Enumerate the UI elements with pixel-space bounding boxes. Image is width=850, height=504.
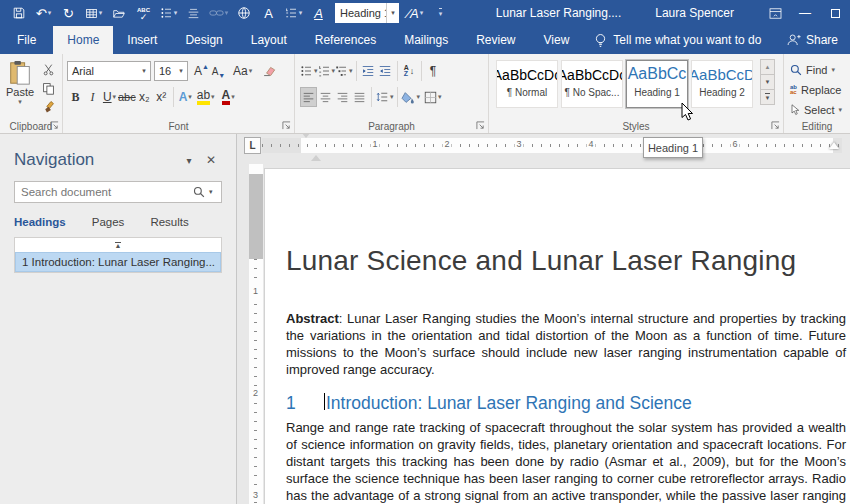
font-size-combo[interactable]: 16 ▾	[154, 61, 188, 81]
tab-design[interactable]: Design	[171, 26, 236, 54]
search-options-button[interactable]: ▾	[209, 188, 221, 196]
customize-qat-button[interactable]: ▾	[428, 2, 453, 24]
title-bar: ↶▾ ↻ ▾ ABC ✓ ▾ ▾ A ▾ A Heading 1 ▾ ⁄A ▾ …	[0, 0, 850, 26]
bullets-button[interactable]: ▾	[300, 61, 318, 81]
indent-marker-left[interactable]	[301, 138, 321, 156]
align-center-button[interactable]	[181, 2, 206, 24]
font-family-combo[interactable]: Arial ▾	[67, 61, 151, 81]
tab-file[interactable]: File	[0, 26, 53, 54]
highlight-icon: ab	[197, 89, 210, 105]
show-formatting-button[interactable]: ¶	[425, 61, 442, 81]
numbering-button[interactable]: ▾	[318, 61, 336, 81]
document-heading-title[interactable]: Lunar Science and Lunar Laser Ranging	[286, 245, 846, 277]
shrink-font-button[interactable]: A▼	[210, 61, 227, 81]
subscript-button[interactable]: x₂	[136, 87, 153, 107]
strikethrough-button[interactable]: abc	[118, 87, 136, 107]
user-name[interactable]: Laura Spencer	[655, 6, 734, 20]
table-button[interactable]: ▾	[81, 2, 106, 24]
style-card-heading2[interactable]: AaBbCcD Heading 2	[691, 60, 753, 108]
tab-home[interactable]: Home	[53, 26, 113, 54]
tab-insert[interactable]: Insert	[113, 26, 171, 54]
font-dialog-launcher[interactable]	[282, 121, 291, 130]
styles-scroll-up-button[interactable]: ▲	[760, 59, 775, 75]
style-card-heading1[interactable]: AaBbCc Heading 1	[626, 60, 688, 108]
cut-button[interactable]	[40, 61, 57, 77]
multilevel-list-button[interactable]: ▾	[335, 61, 353, 81]
align-center-button-ribbon[interactable]	[317, 87, 334, 107]
italic-button[interactable]: I	[84, 87, 101, 107]
align-right-button[interactable]	[334, 87, 351, 107]
font-color-button[interactable]: A▾	[220, 87, 237, 107]
styles-dialog-launcher[interactable]	[771, 121, 780, 130]
tab-selector[interactable]: L	[244, 137, 261, 154]
text-highlight-button[interactable]: ab▾	[197, 87, 215, 107]
indent-marker-right[interactable]	[829, 142, 839, 149]
close-icon[interactable]: ✕	[200, 153, 222, 167]
shading-button[interactable]: ▾	[401, 87, 421, 107]
web-options-button[interactable]	[231, 2, 256, 24]
copy-button[interactable]	[40, 80, 57, 96]
section-heading[interactable]: 1 Introduction: Lunar Laser Ranging and …	[286, 393, 846, 414]
spelling-button[interactable]: ABC ✓	[131, 2, 156, 24]
decrease-indent-button[interactable]	[360, 61, 377, 81]
nav-tab-pages[interactable]: Pages	[92, 216, 125, 228]
collapse-all-button[interactable]: ▲	[15, 238, 221, 252]
minimize-button[interactable]: —	[790, 0, 820, 26]
styles-scroll-down-button[interactable]: ▼	[760, 74, 775, 90]
clear-formatting-button[interactable]	[260, 61, 277, 81]
share-label: Share	[806, 33, 838, 47]
replace-button[interactable]: abac Replace	[790, 81, 842, 98]
share-button[interactable]: Share	[786, 26, 850, 54]
paragraph-dialog-launcher[interactable]	[476, 121, 485, 130]
numbered-list-button[interactable]: ▾	[281, 2, 306, 24]
grow-font-button[interactable]: A▲	[193, 61, 210, 81]
font-button[interactable]: A	[256, 2, 281, 24]
nav-tab-headings[interactable]: Headings	[14, 216, 66, 228]
search-icon[interactable]	[189, 186, 209, 198]
select-button[interactable]: Select ▾	[790, 101, 842, 118]
tell-me-box[interactable]: Tell me what you want to do	[595, 26, 761, 54]
paste-button[interactable]: Paste ▾	[3, 60, 37, 124]
find-button[interactable]: Find ▾	[790, 61, 842, 78]
clipboard-dialog-launcher[interactable]	[50, 121, 59, 130]
align-left-button[interactable]	[300, 87, 317, 107]
undo-button[interactable]: ↶▾	[31, 2, 56, 24]
sort-button[interactable]: AZ ↓	[401, 61, 418, 81]
tab-view[interactable]: View	[530, 26, 584, 54]
search-input[interactable]	[15, 186, 189, 198]
increase-indent-button[interactable]	[377, 61, 394, 81]
redo-button[interactable]: ↻	[56, 2, 81, 24]
style-card-no-spacing[interactable]: AaBbCcDc ¶ No Spac...	[561, 60, 623, 108]
font-style-button[interactable]: A	[306, 2, 331, 24]
navigation-options-button[interactable]: ▾	[178, 155, 200, 166]
document-page[interactable]: Lunar Science and Lunar Laser Ranging Ab…	[264, 168, 850, 504]
underline-button[interactable]: U▾	[101, 87, 118, 107]
format-painter-button[interactable]	[40, 99, 57, 115]
tab-references[interactable]: References	[301, 26, 390, 54]
abstract-paragraph[interactable]: Abstract: Lunar Laser Ranging studies th…	[286, 310, 846, 378]
bullet-list-button[interactable]: ▾	[156, 2, 181, 24]
tab-mailings[interactable]: Mailings	[390, 26, 462, 54]
superscript-button[interactable]: x²	[153, 87, 170, 107]
open-button[interactable]	[106, 2, 131, 24]
body-paragraph[interactable]: Range and range rate tracking of spacecr…	[286, 419, 846, 504]
borders-button[interactable]: ▾	[424, 87, 442, 107]
save-button[interactable]	[6, 2, 31, 24]
search-box[interactable]: ▾	[14, 181, 222, 203]
ribbon-display-options-button[interactable]	[760, 0, 790, 26]
justify-button[interactable]	[351, 87, 368, 107]
nav-heading-item[interactable]: 1 Introduction: Lunar Laser Ranging...	[15, 252, 221, 272]
nav-tab-results[interactable]: Results	[150, 216, 188, 228]
italic-icon: I	[91, 90, 95, 105]
styles-more-button[interactable]: ▼	[760, 89, 775, 105]
maximize-button[interactable]	[820, 0, 850, 26]
style-card-normal[interactable]: AaBbCcDc ¶ Normal	[496, 60, 558, 108]
style-dropdown[interactable]: Heading 1 ▾	[335, 3, 399, 23]
text-effects-button[interactable]: ⁄A ▾	[403, 2, 428, 24]
tab-review[interactable]: Review	[462, 26, 529, 54]
text-effects-button-ribbon[interactable]: A▾	[177, 87, 194, 107]
tab-layout[interactable]: Layout	[237, 26, 301, 54]
change-case-button[interactable]: Aa▾	[233, 61, 252, 81]
line-spacing-button[interactable]: ▾	[375, 87, 394, 107]
bold-button[interactable]: B	[67, 87, 84, 107]
